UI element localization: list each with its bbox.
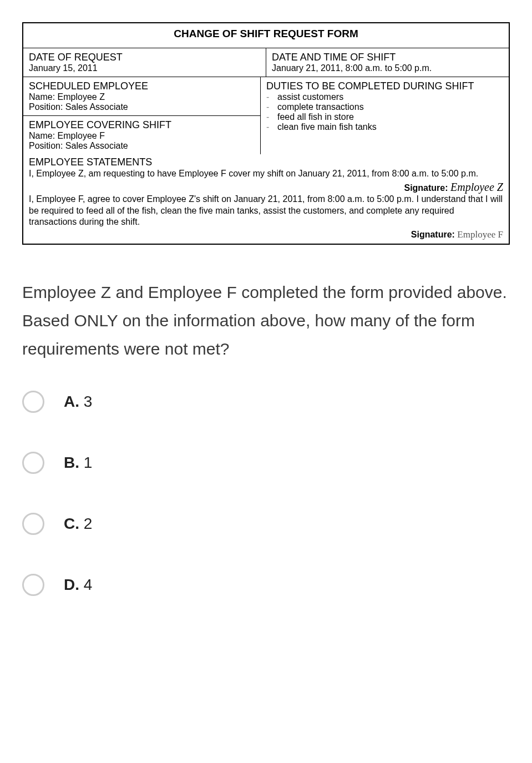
form-title: CHANGE OF SHIFT REQUEST FORM — [23, 23, 509, 48]
option-text: 1 — [79, 454, 92, 471]
option-d[interactable]: D. 4 — [22, 574, 510, 596]
date-shift-value: January 21, 2011, 8:00 a.m. to 5:00 p.m. — [272, 63, 503, 73]
duties-list: assist customers complete transactions f… — [266, 92, 503, 132]
duty-item: feed all fish in store — [277, 112, 503, 122]
form-row-employees: SCHEDULED EMPLOYEE Name: Employee Z Posi… — [23, 77, 509, 154]
covering-label: EMPLOYEE COVERING SHIFT — [29, 119, 255, 131]
signature-z: Employee Z — [450, 181, 503, 193]
radio-icon — [22, 391, 44, 413]
option-letter: B. — [64, 454, 79, 471]
option-a[interactable]: A. 3 — [22, 391, 510, 413]
option-text: 3 — [79, 393, 92, 410]
statements-section: EMPLOYEE STATEMENTS I, Employee Z, am re… — [23, 154, 509, 244]
duty-item: complete transactions — [277, 102, 503, 112]
scheduled-position: Position: Sales Associate — [29, 102, 255, 112]
signature-f-line: Signature: Employee F — [29, 229, 503, 240]
option-b[interactable]: B. 1 — [22, 452, 510, 474]
statement-f: I, Employee F, agree to cover Employee Z… — [29, 194, 503, 228]
date-shift-label: DATE AND TIME OF SHIFT — [272, 52, 503, 63]
duty-item: assist customers — [277, 92, 503, 102]
option-text: 2 — [79, 515, 92, 532]
question-text: Employee Z and Employee F completed the … — [22, 278, 510, 363]
radio-icon — [22, 513, 44, 535]
date-of-shift-cell: DATE AND TIME OF SHIFT January 21, 2011,… — [266, 48, 509, 77]
option-a-label: A. 3 — [64, 393, 92, 411]
duties-cell: DUTIES TO BE COMPLETED DURING SHIFT assi… — [261, 77, 509, 154]
covering-position: Position: Sales Associate — [29, 141, 255, 151]
covering-employee-cell: EMPLOYEE COVERING SHIFT Name: Employee F… — [23, 116, 260, 154]
date-request-label: DATE OF REQUEST — [29, 52, 260, 63]
signature-label: Signature: — [404, 183, 450, 193]
date-request-value: January 15, 2011 — [29, 63, 260, 73]
radio-icon — [22, 452, 44, 474]
signature-label: Signature: — [411, 230, 458, 239]
duty-item: clean five main fish tanks — [277, 122, 503, 132]
statement-z: I, Employee Z, am requesting to have Emp… — [29, 168, 503, 180]
option-c-label: C. 2 — [64, 515, 92, 533]
option-c[interactable]: C. 2 — [22, 513, 510, 535]
employees-left-column: SCHEDULED EMPLOYEE Name: Employee Z Posi… — [23, 77, 261, 154]
form-row-dates: DATE OF REQUEST January 15, 2011 DATE AN… — [23, 48, 509, 77]
option-letter: A. — [64, 393, 79, 410]
option-letter: D. — [64, 576, 79, 593]
date-of-request-cell: DATE OF REQUEST January 15, 2011 — [23, 48, 266, 77]
duties-label: DUTIES TO BE COMPLETED DURING SHIFT — [266, 80, 503, 92]
option-letter: C. — [64, 515, 79, 532]
scheduled-label: SCHEDULED EMPLOYEE — [29, 80, 255, 92]
option-b-label: B. 1 — [64, 454, 92, 472]
radio-icon — [22, 574, 44, 596]
statements-label: EMPLOYEE STATEMENTS — [29, 156, 503, 168]
shift-request-form: CHANGE OF SHIFT REQUEST FORM DATE OF REQ… — [22, 22, 510, 245]
signature-z-line: Signature: Employee Z — [29, 181, 503, 194]
covering-name: Name: Employee F — [29, 131, 255, 141]
option-text: 4 — [79, 576, 92, 593]
option-d-label: D. 4 — [64, 576, 92, 594]
scheduled-name: Name: Employee Z — [29, 92, 255, 102]
signature-f: Employee F — [457, 229, 503, 240]
scheduled-employee-cell: SCHEDULED EMPLOYEE Name: Employee Z Posi… — [23, 77, 260, 116]
